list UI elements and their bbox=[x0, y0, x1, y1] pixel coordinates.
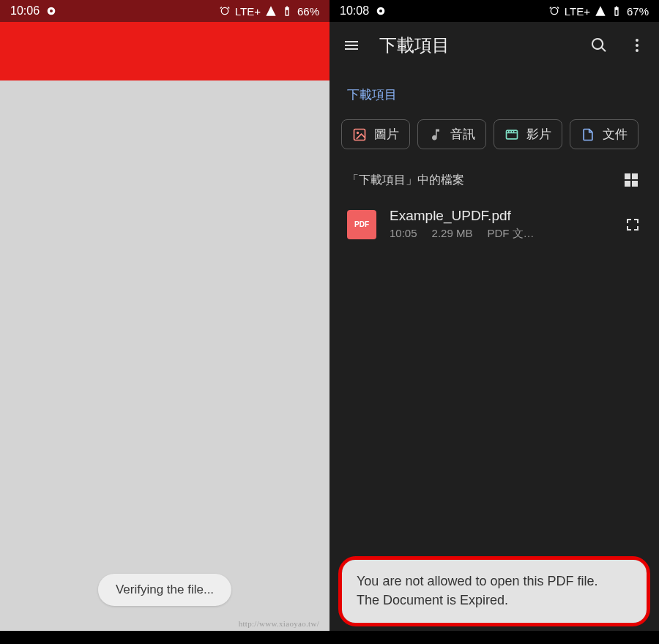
document-icon bbox=[581, 127, 595, 142]
toast-error: You are not allowed to open this PDF fil… bbox=[342, 560, 647, 623]
svg-point-3 bbox=[379, 10, 382, 12]
status-network: LTE+ bbox=[235, 5, 261, 18]
search-icon bbox=[590, 37, 608, 54]
status-right-group: LTE+ 66% bbox=[219, 5, 319, 18]
file-time: 10:05 bbox=[390, 227, 417, 241]
file-type: PDF 文… bbox=[487, 227, 534, 241]
view-toggle-button[interactable] bbox=[621, 170, 641, 190]
breadcrumb[interactable]: 下載項目 bbox=[330, 69, 659, 116]
alarm-icon bbox=[219, 5, 231, 17]
svg-point-8 bbox=[357, 131, 359, 133]
status-left-group: 10:06 bbox=[10, 4, 57, 18]
status-battery: 66% bbox=[297, 5, 319, 18]
pdf-thumbnail: PDF bbox=[347, 210, 376, 239]
image-icon bbox=[352, 127, 367, 142]
chip-images[interactable]: 圖片 bbox=[341, 119, 410, 149]
svg-point-6 bbox=[636, 49, 638, 52]
svg-rect-7 bbox=[354, 129, 365, 140]
toast-message: Verifying the file... bbox=[98, 574, 231, 606]
video-icon bbox=[505, 127, 519, 142]
status-right-group-r: LTE+ 67% bbox=[548, 5, 649, 18]
more-button[interactable] bbox=[627, 35, 647, 56]
battery-icon bbox=[281, 5, 293, 17]
chip-video[interactable]: 影片 bbox=[494, 119, 562, 149]
svg-point-5 bbox=[636, 44, 638, 47]
notification-dot-icon bbox=[375, 5, 387, 17]
chip-label: 圖片 bbox=[374, 126, 399, 143]
status-network: LTE+ bbox=[565, 5, 590, 18]
menu-button[interactable] bbox=[341, 35, 362, 56]
svg-point-1 bbox=[50, 10, 53, 12]
battery-icon bbox=[611, 5, 622, 17]
file-meta: Example_UPDF.pdf 10:05 2.29 MB PDF 文… bbox=[390, 208, 611, 241]
file-item[interactable]: PDF Example_UPDF.pdf 10:05 2.29 MB PDF 文… bbox=[330, 198, 659, 251]
navbar-left bbox=[0, 631, 330, 644]
alarm-icon bbox=[548, 5, 560, 17]
toast-line2: The Document is Expired. bbox=[357, 591, 632, 610]
fullscreen-icon[interactable] bbox=[624, 216, 641, 233]
file-name: Example_UPDF.pdf bbox=[390, 208, 611, 224]
chip-audio[interactable]: 音訊 bbox=[417, 119, 486, 149]
file-size: 2.29 MB bbox=[432, 227, 473, 241]
chip-documents[interactable]: 文件 bbox=[570, 119, 638, 149]
file-subline: 10:05 2.29 MB PDF 文… bbox=[390, 227, 611, 241]
section-label: 「下載項目」中的檔案 bbox=[347, 173, 464, 188]
appbar-right: 下載項目 bbox=[330, 22, 659, 69]
toast-highlight: You are not allowed to open this PDF fil… bbox=[338, 556, 650, 626]
pdf-badge: PDF bbox=[354, 220, 369, 228]
phone-right: 10:08 LTE+ 67% 下載項目 下載項目 圖片 音訊 bbox=[330, 0, 659, 644]
signal-icon bbox=[595, 5, 606, 17]
appbar-left bbox=[0, 22, 330, 80]
signal-icon bbox=[265, 5, 277, 17]
search-button[interactable] bbox=[589, 35, 609, 56]
filter-chips: 圖片 音訊 影片 文件 bbox=[330, 116, 659, 160]
section-header: 「下載項目」中的檔案 bbox=[330, 160, 659, 198]
menu-icon bbox=[343, 37, 360, 54]
grid-view-icon bbox=[622, 171, 640, 189]
body-left: Verifying the file... http://www.xiaoyao… bbox=[0, 80, 330, 631]
status-time: 10:06 bbox=[10, 4, 40, 18]
more-vert-icon bbox=[628, 37, 646, 54]
statusbar-right: 10:08 LTE+ 67% bbox=[330, 0, 659, 22]
statusbar-left: 10:06 LTE+ 66% bbox=[0, 0, 330, 22]
phone-left: 10:06 LTE+ 66% Verifying the file... htt… bbox=[0, 0, 330, 644]
svg-point-4 bbox=[636, 39, 638, 42]
status-left-group-r: 10:08 bbox=[340, 4, 387, 18]
status-time: 10:08 bbox=[340, 4, 369, 18]
toast-line1: You are not allowed to open this PDF fil… bbox=[357, 572, 632, 591]
appbar-title: 下載項目 bbox=[379, 34, 571, 57]
chip-label: 文件 bbox=[603, 126, 628, 143]
status-battery: 67% bbox=[627, 5, 649, 18]
chip-label: 音訊 bbox=[450, 126, 475, 143]
audio-icon bbox=[428, 127, 443, 142]
notification-dot-icon bbox=[45, 5, 57, 17]
navbar-right bbox=[330, 631, 659, 644]
chip-label: 影片 bbox=[526, 126, 551, 143]
watermark-text: http://www.xiaoyao.tw/ bbox=[239, 619, 319, 628]
